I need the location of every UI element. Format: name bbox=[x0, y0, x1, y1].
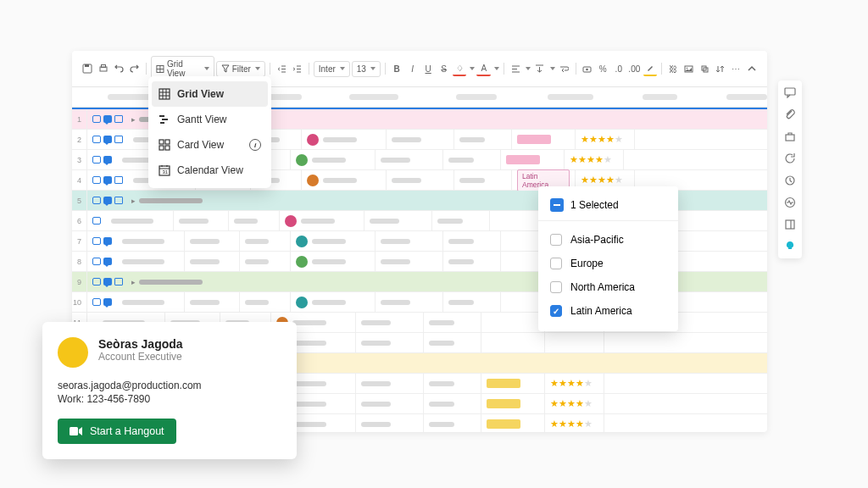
cell[interactable] bbox=[481, 333, 545, 352]
cell[interactable] bbox=[454, 130, 512, 149]
cell[interactable] bbox=[117, 231, 185, 251]
cell[interactable] bbox=[117, 292, 185, 312]
attachment-icon[interactable] bbox=[92, 217, 101, 225]
attachment-icon[interactable] bbox=[92, 197, 101, 204]
cell[interactable] bbox=[545, 333, 604, 352]
cell[interactable] bbox=[432, 211, 490, 230]
cell[interactable]: ★★★★★ bbox=[576, 130, 635, 149]
cell[interactable] bbox=[376, 231, 443, 251]
file-icon[interactable] bbox=[114, 278, 123, 286]
attachment-icon[interactable] bbox=[92, 176, 101, 184]
more-icon[interactable]: ⋯ bbox=[729, 61, 743, 76]
attachment-icon[interactable] bbox=[92, 115, 101, 123]
rating-stars[interactable]: ★★★★★ bbox=[570, 154, 612, 165]
expand-icon[interactable]: ▸ bbox=[128, 278, 139, 286]
decimal-inc-icon[interactable]: .0 bbox=[612, 61, 626, 76]
cell[interactable] bbox=[481, 414, 545, 432]
comment-icon[interactable] bbox=[103, 298, 112, 306]
cell[interactable] bbox=[291, 231, 376, 251]
history-icon[interactable] bbox=[783, 174, 797, 187]
start-hangout-button[interactable]: Start a Hangout bbox=[58, 419, 176, 444]
wrap-icon[interactable] bbox=[557, 61, 571, 76]
image-icon[interactable] bbox=[682, 61, 697, 76]
fill-color-icon[interactable]: ♢ bbox=[453, 61, 467, 76]
cell[interactable] bbox=[424, 414, 481, 432]
cell[interactable] bbox=[424, 313, 481, 332]
comment-icon[interactable] bbox=[103, 176, 112, 184]
cell[interactable]: ★★★★★ bbox=[545, 394, 604, 413]
cell[interactable] bbox=[424, 394, 481, 413]
info-icon[interactable]: i bbox=[249, 139, 261, 151]
collapse-icon[interactable] bbox=[745, 61, 760, 76]
cell[interactable] bbox=[454, 170, 512, 190]
cell[interactable] bbox=[291, 292, 376, 312]
attachment-icon[interactable] bbox=[92, 156, 101, 164]
cell[interactable] bbox=[106, 211, 174, 230]
filter-option-latin-america[interactable]: Latin America bbox=[538, 299, 678, 323]
attachment-icon[interactable] bbox=[92, 237, 101, 245]
cell[interactable] bbox=[443, 292, 501, 312]
filter-button[interactable]: Filter bbox=[216, 61, 265, 77]
decimal-dec-icon[interactable]: .00 bbox=[627, 61, 642, 76]
cell[interactable] bbox=[185, 252, 240, 271]
cell[interactable] bbox=[364, 211, 432, 230]
cell[interactable] bbox=[185, 292, 240, 312]
attachment-icon[interactable] bbox=[92, 298, 101, 306]
file-icon[interactable] bbox=[114, 136, 123, 143]
font-size-selector[interactable]: 13 bbox=[352, 61, 381, 77]
view-gantt-option[interactable]: Gantt View bbox=[148, 107, 271, 132]
cell[interactable] bbox=[481, 394, 545, 413]
lightbulb-icon[interactable] bbox=[783, 240, 797, 253]
percent-icon[interactable]: % bbox=[596, 61, 610, 76]
file-icon[interactable] bbox=[114, 197, 123, 204]
comment-icon[interactable] bbox=[103, 115, 112, 123]
cell[interactable] bbox=[117, 252, 185, 271]
italic-icon[interactable]: I bbox=[405, 61, 420, 76]
rating-stars[interactable]: ★★★★★ bbox=[550, 378, 593, 389]
cell[interactable] bbox=[302, 130, 387, 149]
panel-icon[interactable] bbox=[783, 218, 797, 231]
undo-icon[interactable] bbox=[112, 61, 126, 76]
filter-option-asia-pacific[interactable]: Asia-Pacific bbox=[538, 228, 678, 252]
strike-icon[interactable]: S bbox=[437, 61, 451, 76]
cell[interactable] bbox=[443, 150, 501, 169]
cell[interactable] bbox=[356, 313, 424, 332]
attachment-icon[interactable] bbox=[92, 258, 101, 265]
view-calendar-option[interactable]: 31 Calendar View bbox=[148, 158, 271, 183]
cell[interactable] bbox=[376, 150, 443, 169]
layers-icon[interactable] bbox=[698, 61, 712, 76]
cell[interactable] bbox=[424, 374, 481, 393]
attachments-icon[interactable] bbox=[783, 108, 797, 121]
cell[interactable]: ★★★★★ bbox=[545, 414, 604, 432]
cell[interactable] bbox=[387, 130, 454, 149]
comments-icon[interactable] bbox=[783, 86, 797, 99]
cell[interactable] bbox=[512, 130, 576, 149]
cell[interactable] bbox=[356, 414, 424, 432]
save-icon[interactable] bbox=[81, 61, 95, 76]
cell[interactable] bbox=[291, 252, 376, 271]
cell[interactable] bbox=[443, 252, 501, 271]
attachment-icon[interactable] bbox=[92, 136, 101, 143]
cell[interactable] bbox=[240, 231, 291, 251]
cell[interactable] bbox=[356, 394, 424, 413]
rating-stars[interactable]: ★★★★★ bbox=[581, 175, 623, 186]
cell[interactable] bbox=[356, 333, 424, 352]
sort-icon[interactable] bbox=[714, 61, 728, 76]
bold-icon[interactable]: B bbox=[390, 61, 404, 76]
print-icon[interactable] bbox=[97, 61, 111, 76]
text-color-icon[interactable]: A bbox=[476, 61, 491, 76]
view-card-option[interactable]: Card View i bbox=[148, 132, 271, 158]
activity-icon[interactable] bbox=[783, 196, 797, 209]
expand-icon[interactable]: ▸ bbox=[128, 197, 139, 205]
comment-icon[interactable] bbox=[103, 197, 112, 204]
outdent-icon[interactable] bbox=[275, 61, 289, 76]
cell[interactable] bbox=[302, 170, 387, 190]
cell[interactable] bbox=[481, 374, 545, 393]
highlight-icon[interactable] bbox=[643, 61, 658, 76]
attachment-icon[interactable] bbox=[92, 278, 101, 286]
cell[interactable] bbox=[291, 150, 376, 169]
cell[interactable]: ★★★★★ bbox=[545, 374, 604, 393]
cell[interactable] bbox=[229, 211, 280, 230]
font-selector[interactable]: Inter bbox=[314, 61, 350, 77]
comment-icon[interactable] bbox=[103, 237, 112, 245]
